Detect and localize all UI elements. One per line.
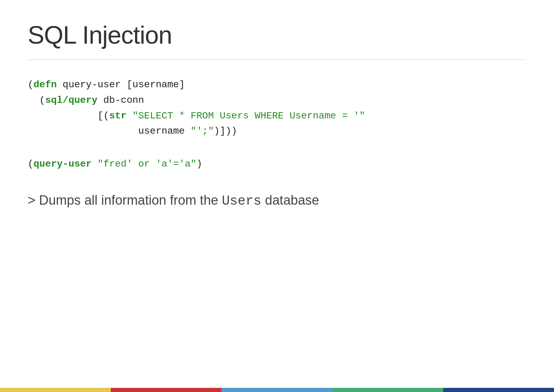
string-select: "SELECT * FROM Users WHERE Username = '" (132, 110, 365, 121)
bar-yellow (0, 388, 111, 392)
bar-green (332, 388, 443, 392)
code-line-1: (defn query-user [username] (28, 77, 526, 93)
slide-title: SQL Injection (28, 21, 526, 49)
keyword-sql-query: sql/query (45, 95, 97, 106)
description-text: > Dumps all information from the Users d… (28, 193, 526, 208)
code-block-2: (query-user "fred' or 'a'='a") (28, 157, 526, 172)
bottom-bar (0, 388, 554, 392)
description-prefix: > Dumps all information from the (28, 193, 222, 207)
keyword-query-user: query-user (34, 159, 92, 169)
code-line-call: (query-user "fred' or 'a'='a") (28, 159, 202, 169)
keyword-str: str (109, 110, 126, 121)
bar-red (111, 388, 222, 392)
keyword-defn: defn (34, 79, 57, 90)
code-line-2: (sql/query db-conn (28, 93, 526, 108)
bar-blue-light (222, 388, 332, 392)
code-line-4: username "';")])) (28, 124, 526, 139)
code-block-1: (defn query-user [username] (sql/query d… (28, 77, 526, 139)
code-line-3: [(str "SELECT * FROM Users WHERE Usernam… (28, 108, 526, 124)
description-code: Users (222, 194, 261, 208)
slide-content: SQL Injection (defn query-user [username… (0, 0, 554, 236)
description-suffix: database (261, 193, 319, 207)
string-injection: "fred' or 'a'='a" (98, 159, 197, 169)
bar-blue-dark (443, 388, 554, 392)
title-divider (28, 60, 526, 60)
string-semicolon: "';" (190, 126, 214, 136)
